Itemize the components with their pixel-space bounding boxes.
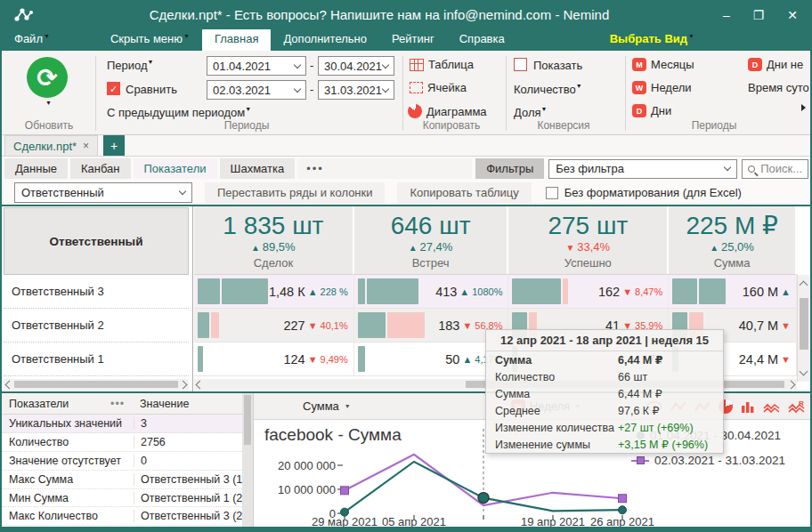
- menu-item-4[interactable]: Рейтинг: [379, 29, 447, 51]
- menu-item-6[interactable]: Выбрать Вид▼: [597, 29, 707, 51]
- kpi-card-3[interactable]: 225 М ₽▲ 25,0%Сумма: [669, 206, 797, 274]
- kpi-change: ▲ 27,4%: [409, 240, 453, 254]
- conversion-share[interactable]: Доля▼: [514, 106, 547, 119]
- filter-select[interactable]: Без фильтра: [548, 159, 737, 179]
- tooltip-value: 6,44 М ₽: [618, 387, 723, 400]
- document-tab[interactable]: Сделки.npt* ×: [4, 135, 98, 156]
- ribbon-scroll-right-icon[interactable]: [801, 104, 806, 111]
- chart-tooltip: 12 апр 2021 - 18 апр 2021 | неделя 15 Су…: [485, 329, 724, 454]
- kpi-card-2[interactable]: 275 шт▼ 33,4%Успешно: [508, 206, 669, 274]
- table-cell[interactable]: 162▼8,47%: [508, 275, 669, 308]
- copy-group-label: Копировать: [402, 119, 500, 132]
- cell-icon: [410, 82, 423, 93]
- menu-item-5[interactable]: Справка: [447, 29, 517, 51]
- cell-value: 24,4 М: [739, 352, 778, 367]
- stats-row[interactable]: Значение отсутствует0: [2, 452, 242, 471]
- refresh-button[interactable]: ⟳: [27, 57, 68, 98]
- periods2-group-label: Периоды: [625, 119, 803, 132]
- cell-trend-icon: ▼: [622, 286, 632, 297]
- daytime-button[interactable]: Время суто: [748, 81, 809, 94]
- row-header-label[interactable]: Ответственный 2: [4, 309, 189, 343]
- tab-Показатели[interactable]: Показатели: [134, 158, 217, 179]
- scroll-right-icon[interactable]: [179, 381, 188, 390]
- add-tab-button[interactable]: +: [103, 135, 125, 156]
- tab-close-icon[interactable]: ×: [83, 140, 89, 152]
- tooltip-row: Изменение суммы+3,15 М ₽ (+96%): [486, 436, 723, 453]
- table-cell[interactable]: 160 М▲: [669, 275, 797, 308]
- weekdays-button[interactable]: DДни не: [748, 58, 803, 71]
- months-button[interactable]: MМесяцы: [632, 58, 694, 71]
- copy-diagram-button[interactable]: Диаграмма: [408, 104, 487, 118]
- scroll-down-icon[interactable]: [800, 367, 808, 376]
- date-to-combo[interactable]: 30.04.2021: [318, 56, 394, 76]
- table-cell[interactable]: 1,48 К▲228 %: [194, 275, 354, 308]
- row-header-label[interactable]: Ответственный 1: [4, 343, 189, 376]
- copy-cell-button[interactable]: Ячейка: [410, 81, 467, 94]
- search-input[interactable]: Поиск...: [742, 159, 808, 179]
- date-from-combo[interactable]: 01.04.2021: [207, 56, 306, 76]
- stats-row[interactable]: Уникальных значений3: [2, 415, 242, 433]
- scroll-left-icon[interactable]: [5, 381, 14, 390]
- scroll-right-icon[interactable]: [787, 381, 796, 390]
- tab-Шахматка[interactable]: Шахматка: [220, 158, 296, 179]
- cell-bars: [198, 312, 219, 338]
- row-dimension-header[interactable]: Ответственный: [4, 207, 189, 275]
- filters-button[interactable]: Фильтры: [475, 158, 544, 179]
- cell-value-group: 413▲1080%: [435, 275, 502, 308]
- conversion-quantity[interactable]: Количество▼: [514, 83, 582, 96]
- period-label[interactable]: Период▼: [107, 59, 154, 72]
- stats-key: Макс Количество: [2, 510, 134, 522]
- compare-checkbox[interactable]: ✓: [107, 82, 120, 95]
- compare-to-combo[interactable]: 31.03.2021: [318, 80, 394, 100]
- minimize-icon[interactable]: –: [723, 9, 730, 21]
- maximize-icon[interactable]: ❐: [753, 9, 765, 21]
- table-cell[interactable]: 413▲1080%: [354, 275, 509, 308]
- close-icon[interactable]: ✕: [787, 9, 798, 21]
- kpi-card-0[interactable]: 1 835 шт▲ 89,5%Сделок: [194, 206, 354, 274]
- data-vscrollbar[interactable]: [797, 275, 810, 382]
- more-tabs-strip[interactable]: •••: [297, 158, 472, 179]
- stats-more[interactable]: •••: [110, 398, 125, 410]
- table-cell[interactable]: 227▼40,1%: [194, 309, 354, 342]
- weeks-button[interactable]: WНедели: [632, 81, 692, 94]
- stats-row[interactable]: Количество2756: [2, 433, 242, 452]
- days-button[interactable]: DДни: [632, 104, 671, 117]
- copy-table-button2[interactable]: Копировать таблицу: [397, 182, 531, 203]
- no-format-checkbox[interactable]: [546, 187, 558, 199]
- cell-value: 40,7 М: [739, 318, 778, 333]
- tab-Данные[interactable]: Данные: [4, 158, 68, 179]
- tab-Канбан[interactable]: Канбан: [70, 158, 131, 179]
- menu-item-3[interactable]: Дополнительно: [271, 29, 379, 51]
- stats-row[interactable]: Мин СуммаОтветственный 1 (24: [2, 489, 242, 508]
- bar-segment: [358, 278, 365, 304]
- table-cell[interactable]: 124▼9,49%: [194, 343, 354, 375]
- rowhead-hscrollbar[interactable]: [4, 379, 189, 390]
- cell-value-group: 40,7 М▼: [739, 309, 791, 342]
- kpi-value: 1 835 шт: [223, 213, 323, 238]
- menu-item-0[interactable]: Файл▼: [2, 29, 62, 51]
- menu-item-label: Дополнительно: [283, 32, 367, 45]
- scroll-up-icon[interactable]: [800, 281, 808, 290]
- stats-row[interactable]: Макс СуммаОтветственный 3 (16: [2, 471, 242, 489]
- kpi-change-value: 27,4%: [420, 240, 453, 254]
- refresh-dropdown-arrow[interactable]: ▼: [45, 100, 52, 106]
- kpi-card-1[interactable]: 646 шт▲ 27,4%Встреч: [354, 206, 509, 274]
- cell-value: 183: [438, 318, 459, 333]
- dimension-select[interactable]: Ответственный: [14, 182, 192, 203]
- cell-value: 160 М: [743, 285, 778, 299]
- bar-segment: [358, 312, 386, 338]
- scroll-left-icon[interactable]: [196, 381, 205, 390]
- menu-item-2[interactable]: Главная: [202, 29, 271, 51]
- stats-header-value[interactable]: Значение: [134, 398, 189, 410]
- compare-from-combo[interactable]: 02.03.2021: [207, 80, 306, 100]
- stats-vscrollbar[interactable]: [242, 393, 253, 527]
- menu-item-1[interactable]: Скрыть меню▼: [98, 29, 202, 51]
- swap-rows-columns-button[interactable]: Переставить ряды и колонки: [205, 182, 385, 203]
- stats-value: Ответственный 3 (2,.: [134, 510, 242, 522]
- dropdown-arrow-icon: ▼: [44, 33, 50, 39]
- with-prev-period[interactable]: С предыдущим периодом▼: [107, 106, 251, 119]
- row-header-label[interactable]: Ответственный 3: [4, 275, 189, 309]
- show-conversion-checkbox[interactable]: [514, 58, 527, 71]
- stats-row[interactable]: Макс КоличествоОтветственный 3 (2,.: [2, 507, 242, 526]
- copy-table-button[interactable]: Таблица: [410, 58, 474, 71]
